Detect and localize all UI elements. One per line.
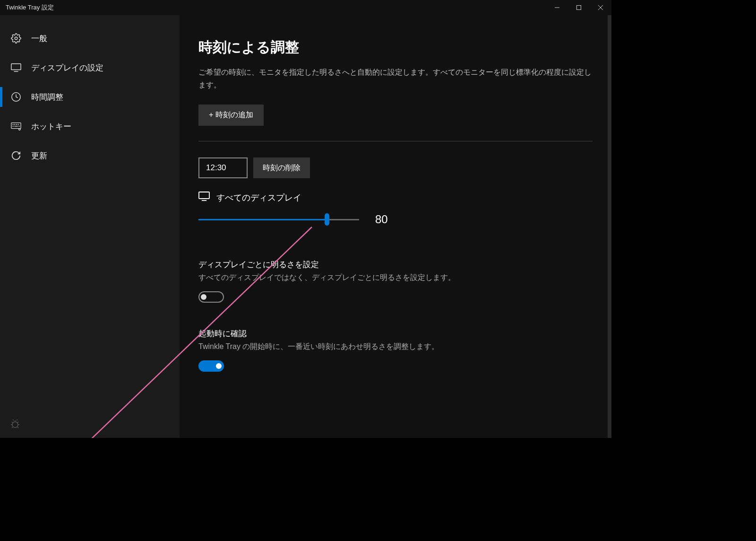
- sidebar-item-label: ディスプレイの設定: [31, 62, 103, 73]
- gear-icon: [10, 33, 22, 44]
- sidebar-item-label: 時間調整: [31, 92, 63, 103]
- svg-rect-5: [11, 64, 21, 70]
- scrollbar[interactable]: [608, 15, 611, 438]
- svg-point-13: [13, 126, 13, 127]
- sidebar-item-general[interactable]: 一般: [0, 24, 180, 53]
- svg-point-10: [15, 124, 15, 125]
- sidebar: 一般 ディスプレイの設定 時間調整 ホットキー: [0, 15, 180, 438]
- per-display-title: ディスプレイごとに明るさを設定: [198, 259, 593, 270]
- sidebar-item-updates[interactable]: 更新: [0, 141, 180, 170]
- svg-rect-1: [577, 6, 581, 10]
- minimize-button[interactable]: [546, 0, 568, 15]
- per-display-desc: すべてのディスプレイではなく、ディスプレイごとに明るさを設定します。: [198, 273, 593, 283]
- all-displays-label: すべてのディスプレイ: [198, 192, 593, 203]
- display-icon: [10, 62, 22, 73]
- svg-point-12: [18, 124, 18, 125]
- startup-check-toggle[interactable]: [198, 360, 224, 372]
- slider-fill: [198, 219, 327, 220]
- settings-window: Twinkle Tray 設定 一般: [0, 0, 611, 438]
- per-display-toggle[interactable]: [198, 291, 224, 303]
- keyboard-icon: [10, 121, 22, 132]
- brightness-value: 80: [375, 213, 388, 226]
- svg-point-11: [16, 124, 17, 125]
- brightness-slider-row: 80: [198, 213, 593, 226]
- svg-point-14: [19, 126, 19, 127]
- close-button[interactable]: [590, 0, 611, 15]
- per-display-setting: ディスプレイごとに明るさを設定 すべてのディスプレイではなく、ディスプレイごとに…: [198, 259, 593, 305]
- body: 一般 ディスプレイの設定 時間調整 ホットキー: [0, 15, 611, 438]
- add-time-button[interactable]: + 時刻の追加: [198, 105, 264, 126]
- window-controls: [546, 0, 611, 15]
- titlebar: Twinkle Tray 設定: [0, 0, 611, 15]
- divider: [198, 141, 593, 141]
- delete-time-button[interactable]: 時刻の削除: [253, 157, 310, 178]
- sidebar-item-label: 更新: [31, 150, 47, 161]
- startup-check-setting: 起動時に確認 Twinkle Tray の開始時に、一番近い時刻にあわせ明るさを…: [198, 328, 593, 374]
- clock-icon: [10, 91, 22, 103]
- time-input[interactable]: [198, 157, 248, 178]
- sidebar-item-label: ホットキー: [31, 121, 71, 132]
- svg-point-16: [19, 129, 21, 131]
- sidebar-item-hotkeys[interactable]: ホットキー: [0, 112, 180, 141]
- sidebar-item-display[interactable]: ディスプレイの設定: [0, 53, 180, 82]
- sidebar-item-label: 一般: [31, 33, 47, 44]
- refresh-icon: [10, 150, 22, 161]
- page-heading: 時刻による調整: [198, 38, 593, 57]
- svg-point-17: [12, 422, 18, 428]
- bug-icon[interactable]: [9, 418, 21, 431]
- page-description: ご希望の時刻に、モニタを指定した明るさへと自動的に設定します。すべてのモニターを…: [198, 66, 593, 91]
- svg-rect-8: [11, 123, 21, 129]
- svg-rect-18: [199, 192, 209, 199]
- brightness-slider[interactable]: [198, 214, 359, 225]
- startup-check-desc: Twinkle Tray の開始時に、一番近い時刻にあわせ明るさを調整します。: [198, 342, 593, 352]
- content-area: 時刻による調整 ご希望の時刻に、モニタを指定した明るさへと自動的に設定します。す…: [180, 15, 611, 438]
- window-title: Twinkle Tray 設定: [6, 3, 54, 12]
- time-entry-row: 時刻の削除: [198, 157, 593, 178]
- slider-thumb[interactable]: [325, 213, 329, 226]
- sidebar-item-time[interactable]: 時間調整: [0, 82, 180, 112]
- svg-point-9: [13, 124, 13, 125]
- display-icon: [198, 192, 210, 203]
- startup-check-title: 起動時に確認: [198, 328, 593, 339]
- maximize-button[interactable]: [568, 0, 590, 15]
- svg-point-4: [15, 37, 17, 40]
- display-label-text: すべてのディスプレイ: [216, 192, 301, 203]
